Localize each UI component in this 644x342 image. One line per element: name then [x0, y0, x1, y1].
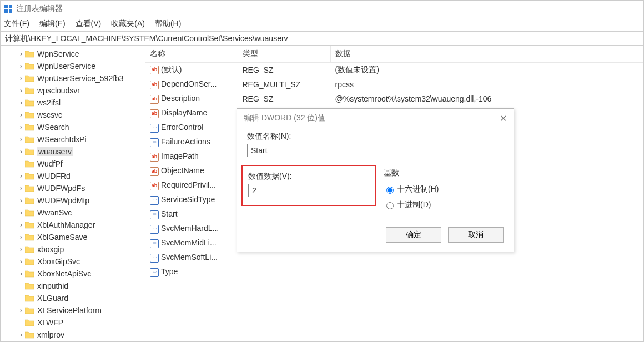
caret-icon[interactable]: › [17, 50, 25, 58]
caret-icon[interactable]: › [17, 306, 25, 314]
value-name-label: 数值名称(N): [247, 132, 504, 142]
caret-icon[interactable]: › [17, 270, 25, 278]
value-name: ErrorControl [161, 123, 203, 132]
radio-hex-input[interactable] [386, 187, 394, 194]
menu-edit[interactable]: 编辑(E) [39, 19, 66, 29]
tree-item-xlguard[interactable]: ›XLGuard [1, 292, 145, 304]
value-row[interactable]: DependOnSer...REG_MULTI_SZrpcss [145, 77, 643, 92]
tree-item-label: WSearch [37, 123, 69, 132]
dialog-titlebar[interactable]: 编辑 DWORD (32 位)值 ✕ [237, 109, 514, 128]
caret-icon[interactable]: › [17, 87, 25, 94]
tree-item-label: XboxNetApiSvc [37, 269, 91, 278]
tree-item-wpnuserservice_592fb3[interactable]: ›WpnUserService_592fb3 [1, 72, 145, 84]
binary-value-icon [150, 210, 159, 219]
caret-icon[interactable]: › [17, 258, 25, 265]
caret-icon[interactable]: › [17, 245, 25, 253]
caret-icon[interactable]: › [17, 62, 25, 70]
tree-item-label: WpnService [37, 49, 79, 58]
col-data[interactable]: 数据 [331, 46, 643, 63]
caret-icon[interactable]: › [17, 148, 25, 155]
radio-dec-input[interactable] [386, 202, 394, 209]
tree-item-wudfwpdmtp[interactable]: ›WUDFWpdMtp [1, 194, 145, 207]
tree-item-wpnservice[interactable]: ›WpnService [1, 48, 145, 60]
tree-item-wsearch[interactable]: ›WSearch [1, 121, 145, 133]
menu-fav[interactable]: 收藏夹(A) [111, 19, 145, 29]
menu-view[interactable]: 查看(V) [76, 19, 102, 29]
tree-item-wudfwpdfs[interactable]: ›WUDFWpdFs [1, 182, 145, 194]
menu-help[interactable]: 帮助(H) [155, 19, 181, 29]
tree-item-label: XLGuard [37, 294, 68, 303]
folder-icon [25, 87, 34, 94]
caret-icon[interactable]: › [17, 172, 25, 180]
col-type[interactable]: 类型 [238, 46, 331, 63]
tree-item-xlserviceplatform[interactable]: ›XLServicePlatform [1, 304, 145, 316]
tree-item-xboxnetapisvc[interactable]: ›XboxNetApiSvc [1, 268, 145, 280]
value-name-input[interactable] [247, 144, 501, 157]
folder-icon [25, 221, 34, 229]
tree-item-wudfpf[interactable]: ›WudfPf [1, 158, 145, 170]
caret-icon[interactable]: › [17, 331, 25, 339]
folder-icon [25, 172, 34, 180]
tree-item-xinputhid[interactable]: ›xinputhid [1, 280, 145, 292]
tree-item-ws2ifsl[interactable]: ›ws2ifsl [1, 97, 145, 109]
menu-file[interactable]: 文件(F) [4, 19, 29, 29]
caret-icon[interactable]: › [17, 184, 25, 192]
value-name: SvcMemHardL... [161, 224, 219, 233]
caret-icon[interactable]: › [17, 197, 25, 204]
svg-rect-3 [9, 9, 12, 13]
tree-item-wscsvc[interactable]: ›wscsvc [1, 109, 145, 121]
caret-icon[interactable]: › [17, 111, 25, 119]
value-name: Description [161, 94, 200, 103]
tree-item-wsearchidxpi[interactable]: ›WSearchIdxPi [1, 133, 145, 145]
tree-item-label: xboxgip [37, 245, 64, 254]
tree-pane[interactable]: ›WpnService›WpnUserService›WpnUserServic… [1, 46, 145, 342]
tree-item-xboxgipsvc[interactable]: ›XboxGipSvc [1, 255, 145, 268]
value-row[interactable]: Type [145, 265, 643, 279]
value-data-input[interactable] [248, 184, 369, 197]
radio-hex[interactable]: 十六进制(H) [384, 182, 439, 197]
caret-icon[interactable]: › [17, 74, 25, 82]
binary-value-icon [150, 225, 159, 234]
radio-hex-label: 十六进制(H) [397, 184, 439, 194]
caret-icon[interactable]: › [17, 135, 25, 143]
tree-item-wpscloudsvr[interactable]: ›wpscloudsvr [1, 84, 145, 97]
tree-item-wwansvc[interactable]: ›WwanSvc [1, 207, 145, 219]
value-row[interactable]: SvcMemSoftLi... [145, 250, 643, 265]
caret-icon[interactable]: › [17, 221, 25, 229]
tree-item-wudfrd[interactable]: ›WUDFRd [1, 170, 145, 182]
caret-icon[interactable]: › [17, 123, 25, 131]
caret-icon[interactable]: › [17, 209, 25, 217]
tree-item-label: XLServicePlatform [37, 306, 102, 315]
folder-icon [25, 160, 34, 168]
cancel-button[interactable]: 取消 [448, 227, 504, 243]
folder-icon [25, 258, 34, 265]
caret-icon[interactable]: › [17, 99, 25, 107]
tree-item-xlwfp[interactable]: ›XLWFP [1, 316, 145, 329]
value-row[interactable]: DescriptionREG_SZ@%systemroot%\system32\… [145, 92, 643, 106]
tree-item-wuauserv[interactable]: ›wuauserv [1, 145, 145, 158]
close-icon[interactable]: ✕ [500, 113, 507, 124]
edit-dword-dialog: 编辑 DWORD (32 位)值 ✕ 数值名称(N): 数值数据(V): 基数 [237, 108, 514, 252]
base-label: 基数 [384, 168, 439, 178]
dialog-title-text: 编辑 DWORD (32 位)值 [244, 113, 325, 123]
value-row[interactable]: (默认)REG_SZ(数值未设置) [145, 63, 643, 78]
tree-item-xmlprov[interactable]: ›xmlprov [1, 329, 145, 341]
value-data: rpcss [331, 77, 643, 92]
tree-item-wpnuserservice[interactable]: ›WpnUserService [1, 60, 145, 72]
radio-dec[interactable]: 十进制(D) [384, 197, 439, 213]
col-name[interactable]: 名称 [145, 46, 238, 63]
registry-editor-window: 注册表编辑器 文件(F) 编辑(E) 查看(V) 收藏夹(A) 帮助(H) 计算… [0, 0, 644, 342]
tree-item-xboxgip[interactable]: ›xboxgip [1, 243, 145, 255]
folder-icon [25, 184, 34, 192]
value-name: ServiceSidType [161, 195, 215, 204]
binary-value-icon [150, 254, 159, 263]
tree-item-xblgamesave[interactable]: ›XblGameSave [1, 231, 145, 243]
tree-item-label: XblAuthManager [37, 220, 95, 229]
ok-button[interactable]: 确定 [386, 227, 441, 243]
tree-item-xblauthmanager[interactable]: ›XblAuthManager [1, 219, 145, 231]
caret-icon[interactable]: › [17, 233, 25, 241]
tree-item-label: WudfPf [37, 159, 63, 168]
address-bar[interactable]: 计算机\HKEY_LOCAL_MACHINE\SYSTEM\CurrentCon… [1, 31, 643, 46]
value-name: FailureActions [161, 137, 210, 146]
string-value-icon [150, 109, 159, 118]
